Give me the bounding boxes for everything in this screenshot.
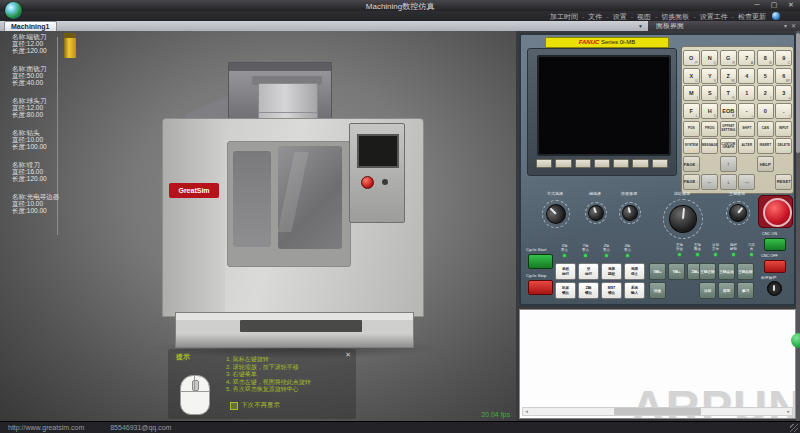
minimize-icon[interactable]: ─	[752, 1, 762, 9]
close-icon[interactable]: ✕	[786, 1, 796, 9]
mdi-key[interactable]: 8 B	[757, 50, 774, 66]
mdi-key[interactable]: O P	[683, 50, 700, 66]
machine-function-button[interactable]: 选择 跳段	[601, 263, 622, 280]
mdi-key[interactable]: EOB E	[720, 103, 737, 119]
arrow-right-key[interactable]: →	[738, 174, 755, 190]
machine-function-button[interactable]: 系统 输入	[624, 282, 645, 299]
mdi-function-key[interactable]: INSERT	[757, 138, 774, 154]
mdi-key[interactable]: 1 ,	[738, 85, 755, 101]
horizontal-scrollbar[interactable]: ◂ ▸	[522, 407, 793, 416]
arrow-left-key[interactable]: ←	[701, 174, 718, 190]
tool-list-item[interactable]: 名称:端铣刀 直径:12.00 长度:120.00	[12, 33, 72, 54]
mdi-key[interactable]: - +	[738, 103, 755, 119]
tab-overflow-icon[interactable]: ▼	[638, 23, 643, 29]
mdi-key[interactable]: 7 A	[738, 50, 755, 66]
aux-button[interactable]: 排屑	[718, 282, 735, 299]
scroll-right-icon[interactable]: ▸	[785, 408, 792, 415]
scroll-left-icon[interactable]: ◂	[523, 408, 530, 415]
mdi-key[interactable]: 5	[757, 68, 774, 84]
mdi-key[interactable]: N Q	[701, 50, 718, 66]
checkbox-icon[interactable]	[230, 402, 238, 410]
jog-button[interactable]: 快速	[649, 282, 666, 299]
cnc-on-button[interactable]	[764, 238, 786, 251]
mdi-function-key[interactable]: CUSTOM GRAPH	[720, 138, 737, 154]
soft-key[interactable]	[555, 159, 571, 168]
machine-function-button[interactable]: 选择 停止	[624, 263, 645, 280]
soft-key[interactable]	[536, 159, 552, 168]
panel-close-icon[interactable]: ✕	[791, 22, 796, 30]
mdi-key[interactable]: G R	[720, 50, 737, 66]
soft-key[interactable]	[613, 159, 629, 168]
mdi-function-key[interactable]: SYSTEM	[683, 138, 700, 154]
jog-button[interactable]: Y轴+	[668, 263, 685, 280]
arrow-down-key[interactable]: ↓	[720, 174, 737, 190]
mdi-key[interactable]: Y V	[701, 68, 718, 84]
tool-list-item[interactable]: 名称:钻头 直径:10.00 长度:100.00	[12, 129, 72, 150]
mdi-function-key[interactable]: PROG	[701, 121, 718, 137]
panel-window-header[interactable]: 面板界面 ▾ ✕	[648, 21, 800, 31]
mdi-key[interactable]: 0	[757, 103, 774, 119]
program-protect-keyswitch-icon[interactable]	[767, 281, 782, 296]
scrollbar-thumb[interactable]	[614, 408, 700, 415]
maximize-icon[interactable]: ▢	[769, 1, 779, 9]
help-key[interactable]: HELP	[757, 156, 774, 172]
arrow-up-key[interactable]: ↑	[720, 156, 737, 172]
program-area[interactable]: ARPUN ◂ ▸	[519, 309, 796, 419]
tool-list-item[interactable]: 名称:镗刀 直径:16.00 长度:120.00	[12, 161, 72, 182]
mdi-key[interactable]: T K	[720, 85, 737, 101]
machine-control-pendant	[349, 123, 405, 223]
machine-function-button[interactable]: 空 运行	[578, 263, 599, 280]
viewport-3d[interactable]: 名称:端铣刀 直径:12.00 长度:120.00 名称:面铣刀 直径:50.0…	[0, 31, 516, 421]
mdi-key[interactable]: 9 C	[775, 50, 792, 66]
cycle-start-button[interactable]	[528, 254, 553, 269]
resize-grip[interactable]	[790, 424, 798, 432]
mdi-key[interactable]: 6 SP	[775, 68, 792, 84]
panel-restore-icon[interactable]: ▾	[784, 22, 787, 30]
mdi-key[interactable]: M I	[683, 85, 700, 101]
mdi-function-key[interactable]: POS	[683, 121, 700, 137]
mdi-key[interactable]: 2 #	[757, 85, 774, 101]
tool-list-item[interactable]: 名称:光电寻边器 直径:10.00 长度:100.00	[12, 193, 72, 214]
soft-key[interactable]	[652, 159, 668, 168]
aux-button[interactable]: 换刀	[737, 282, 754, 299]
mdi-key[interactable]: Z W	[720, 68, 737, 84]
tool-list-item[interactable]: 名称:面铣刀 直径:50.00 长度:40.00	[12, 65, 72, 86]
mdi-function-key[interactable]: SHIFT	[738, 121, 755, 137]
jog-button[interactable]: X轴+	[649, 263, 666, 280]
mdi-function-key[interactable]: MESSAGE	[701, 138, 718, 154]
machine-function-button[interactable]: MST 锁住	[601, 282, 622, 299]
mdi-function-key[interactable]: INPUT	[775, 121, 792, 137]
cnc-off-button[interactable]	[764, 260, 786, 273]
aux-button[interactable]: 主轴反转	[737, 263, 754, 280]
tool-list-item[interactable]: 名称:球头刀 直径:12.00 长度:80.00	[12, 97, 72, 118]
dont-show-again[interactable]: 下次不再显示	[230, 401, 280, 410]
page-down-key[interactable]: PAGE ↓	[683, 174, 700, 190]
mdi-key[interactable]: 3 =	[775, 85, 792, 101]
emergency-stop-button[interactable]	[763, 198, 792, 227]
soft-key[interactable]	[632, 159, 648, 168]
mdi-key[interactable]: . /	[775, 103, 792, 119]
aux-button[interactable]: 冷却	[699, 282, 716, 299]
soft-key[interactable]	[575, 159, 591, 168]
tab-machining1[interactable]: Machining1	[4, 21, 57, 31]
mdi-function-key[interactable]: DELETE	[775, 138, 792, 154]
mdi-key[interactable]: X U	[683, 68, 700, 84]
reset-key[interactable]: RESET	[775, 174, 792, 190]
aux-button[interactable]: 主轴正转	[699, 263, 716, 280]
mdi-key[interactable]: S J	[701, 85, 718, 101]
page-up-key[interactable]: PAGE ↑	[683, 156, 700, 172]
mdi-key[interactable]: H D	[701, 103, 718, 119]
machine-function-button[interactable]: 机床 锁住	[555, 282, 576, 299]
aux-button[interactable]: 主轴点动	[718, 263, 735, 280]
soft-key[interactable]	[594, 159, 610, 168]
globe-icon[interactable]	[772, 12, 780, 20]
machine-function-button[interactable]: Z轴 锁住	[578, 282, 599, 299]
cycle-stop-button[interactable]	[528, 280, 553, 295]
mdi-function-key[interactable]: OFFSET SETTING	[720, 121, 737, 137]
machine-function-button[interactable]: 单段 运行	[555, 263, 576, 280]
mdi-function-key[interactable]: CAN	[757, 121, 774, 137]
mdi-key[interactable]: 4	[738, 68, 755, 84]
vertical-scrollbar[interactable]	[796, 31, 800, 421]
mdi-key[interactable]: F L	[683, 103, 700, 119]
mdi-function-key[interactable]: ALTER	[738, 138, 755, 154]
